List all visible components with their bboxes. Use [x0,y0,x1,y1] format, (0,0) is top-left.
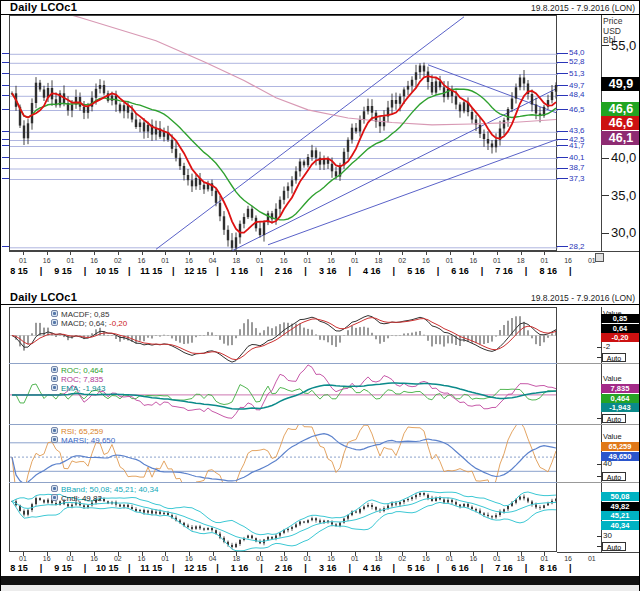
time-axis-bottom-major-label: 9 15 [48,563,78,573]
time-axis-top-minor-tick [544,251,545,255]
time-axis-top-minor-label: 16 [40,257,54,265]
time-axis-top-separator: | [127,266,131,276]
indicator-value-badge: 49,82 [601,502,639,511]
indicator-label-part: MACD; 0,64; [61,319,109,328]
time-axis-top-separator: | [215,266,219,276]
bottom-bar [1,576,640,585]
price-badge: 46,6 [601,116,640,130]
bottom-chart-date-range: 19.8.2015 - 7.9.2016 (LON) [531,293,635,303]
price-level-tick [557,53,568,54]
time-axis-top-minor-label: 01 [63,257,77,265]
time-axis-bottom-separator: | [260,563,264,573]
time-axis-top-minor-label: 02 [395,257,409,265]
time-axis-top-major-label: 6 16 [445,266,475,276]
time-axis-top-major-label: 1 16 [225,266,255,276]
time-axis-bottom-separator: | [39,563,43,573]
time-axis-top-minor-label: 18 [372,257,386,265]
indicator-label: RSI; 65,259 [61,427,301,436]
panel-divider-gutter [557,552,640,553]
time-axis-top-separator: | [348,266,352,276]
price-level-tick [557,168,568,169]
bottom-chart-title: Daily LCOc1 [10,291,77,303]
time-axis-bottom-minor-label: 02 [395,555,409,563]
time-axis-top-major-label: 12 15 [180,266,210,276]
time-axis-bottom-minor-label: 16 [419,555,433,563]
price-level-tick [557,178,568,179]
time-axis-top-minor-label: 01 [443,257,457,265]
indicator-value-badge: 0,464 [601,394,639,403]
indicator-value-badge: 0,64 [601,324,639,333]
indicator-axis-tick-label: 40 [603,460,627,468]
time-axis-top-minor-tick [450,251,451,255]
time-axis-top-major-label: 11 15 [136,266,166,276]
time-axis-bottom-minor-label: 04 [206,555,220,563]
auto-scale-button[interactable]: Auto [602,472,626,481]
price-level-label: 52,8 [569,58,599,66]
indicator-settings-icon[interactable] [51,366,58,373]
price-level-label: 51,3 [569,70,599,78]
price-level-tick-left [2,168,9,169]
time-axis-top-minor-label: 16 [324,257,338,265]
time-axis-top-minor-tick [23,251,24,255]
time-axis-bottom-minor-label: 16 [561,555,575,563]
price-level-label: 38,7 [569,164,599,172]
price-level-label: 54,0 [569,49,599,57]
time-axis-bottom-separator: | [348,563,352,573]
indicator-value-badge: -0,20 [601,333,639,342]
time-axis-bottom-minor-label: 16 [277,555,291,563]
price-level-tick-left [2,246,9,247]
time-axis-bottom-major-label: 8 16 [533,563,563,573]
price-level-tick-left [2,53,9,54]
price-level-label: 41,7 [569,142,599,150]
indicator-label: ROC; 0,464 [61,366,301,375]
price-level-tick [557,145,568,146]
indicator-label: MACD; 0,64; -0,20 [61,319,301,328]
indicator-settings-icon[interactable] [51,319,58,326]
time-axis-bottom-minor-label: 18 [514,555,528,563]
price-level-tick-left [2,95,9,96]
time-axis-top-minor-label: 16 [277,257,291,265]
indicator-settings-icon[interactable] [51,436,58,443]
panel-divider-gutter [557,363,640,364]
time-axis-top-minor-tick [355,251,356,255]
time-axis-top-minor-tick [189,251,190,255]
indicator-settings-icon[interactable] [51,375,58,382]
price-level-tick [557,73,568,74]
indicator-settings-icon[interactable] [51,384,58,391]
price-level-label: 37,3 [569,175,599,183]
time-axis-top-separator: | [260,266,264,276]
time-axis-bottom-minor-label: 18 [229,555,243,563]
time-axis-top-minor-tick [94,251,95,255]
auto-scale-button[interactable]: Auto [602,414,626,423]
time-axis-top-minor-tick [165,251,166,255]
indicator-axis-tick [597,536,602,537]
time-axis-bottom-minor-label: 16 [182,555,196,563]
auto-scale-button[interactable]: Auto [602,542,626,551]
time-axis-top-minor-label: 01 [300,257,314,265]
time-axis-bottom-major-label: 8 15 [4,563,34,573]
indicator-label-part: MACDF; 0,85 [61,310,109,319]
time-axis-bottom-minor-label: 01 [63,555,77,563]
price-level-tick [557,85,568,86]
indicator-value-badge: 40,34 [601,521,639,530]
time-axis-bottom-major-label: 6 16 [445,563,475,573]
time-axis-top-minor-tick [521,251,522,255]
indicator-settings-icon[interactable] [51,494,58,501]
time-axis-top-minor-tick [118,251,119,255]
indicator-label-part: RSI; 65,259 [61,427,103,436]
price-axis-tick [602,45,609,46]
time-axis-top-minor-label: 18 [229,257,243,265]
indicator-settings-icon[interactable] [51,485,58,492]
price-level-tick-left [2,62,9,63]
price-level-tick-left [2,73,9,74]
indicator-settings-icon[interactable] [51,310,58,317]
price-chart-canvas[interactable] [9,15,557,251]
time-axis-bottom-separator: | [480,563,484,573]
price-level-tick [557,95,568,96]
time-axis-top-separator: | [304,266,308,276]
indicator-settings-icon[interactable] [51,427,58,434]
top-chart-date-range: 19.8.2015 - 7.9.2016 (LON) [531,3,635,13]
time-axis-top-minor-label: 01 [490,257,504,265]
auto-scale-button[interactable]: Auto [602,353,626,362]
time-axis-top-major-label: 4 16 [357,266,387,276]
